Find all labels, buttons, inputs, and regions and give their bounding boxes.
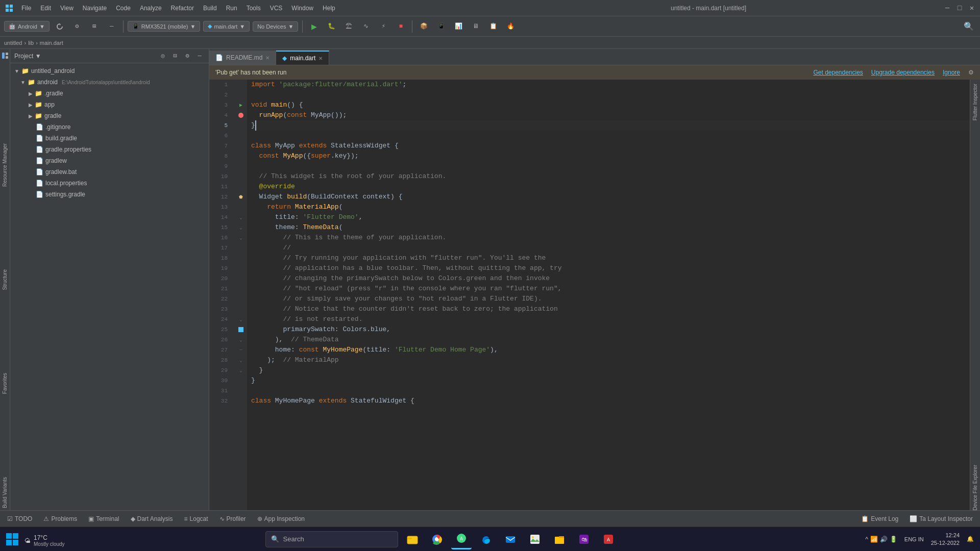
- menu-build[interactable]: Build: [199, 3, 221, 14]
- device-selector[interactable]: 📱 RMX3521 (mobile) ▼: [128, 21, 201, 32]
- code-content[interactable]: import 'package:flutter/material.dart'; …: [247, 80, 980, 510]
- sync-button[interactable]: [53, 19, 67, 34]
- tab-app-inspection[interactable]: ⊕ App Inspection: [252, 513, 310, 524]
- android-dropdown[interactable]: 🤖 Android ▼: [4, 21, 50, 32]
- collapse-all-button[interactable]: ⊟: [170, 51, 180, 61]
- run-with-coverage-button[interactable]: ⛱: [341, 19, 356, 34]
- tab-maindart[interactable]: ◆ main.dart ✕: [276, 51, 329, 65]
- sdk-manager-button[interactable]: 📦: [416, 19, 431, 34]
- taskbar-app-explorer[interactable]: [549, 529, 570, 549]
- menu-edit[interactable]: Edit: [36, 3, 55, 14]
- resource-manager-tab[interactable]: Resource Manager: [1, 141, 9, 189]
- logcat-button[interactable]: 📋: [486, 19, 500, 34]
- project-tab-icon[interactable]: [1, 51, 10, 60]
- search-everywhere-button[interactable]: 🔍: [962, 19, 976, 34]
- tab-problems[interactable]: ⚠ Problems: [38, 513, 82, 524]
- favorites-tab[interactable]: Favorites: [1, 371, 9, 396]
- tree-root[interactable]: ▼ 📁 untitled_android: [10, 65, 209, 77]
- language-indicator[interactable]: ENG IN: [902, 536, 926, 542]
- minimize-button[interactable]: ─: [943, 4, 951, 12]
- profiler-button[interactable]: 📊: [451, 19, 465, 34]
- network-icon[interactable]: 📶: [870, 536, 878, 543]
- tab-profiler[interactable]: ∿ Profiler: [214, 513, 251, 524]
- tree-gradleprops-file[interactable]: 📄 gradle.properties: [10, 144, 209, 155]
- close-button[interactable]: ✕: [968, 4, 976, 12]
- taskbar-app-chrome[interactable]: [427, 529, 447, 549]
- settings-button[interactable]: ⚙: [70, 19, 84, 34]
- tab-layout-inspector[interactable]: ⬜ Ta Layout Inspector: [904, 513, 978, 524]
- weather-widget[interactable]: 🌤 17°C Mostly cloudy: [24, 534, 65, 547]
- taskbar-app-edge[interactable]: [476, 529, 496, 549]
- layout-button[interactable]: ⊞: [87, 19, 102, 34]
- datetime-display[interactable]: 12:24 25-12-2022: [929, 532, 962, 546]
- taskbar-app-files[interactable]: [402, 529, 423, 549]
- avd-manager-button[interactable]: 📱: [434, 19, 448, 34]
- menu-vcs[interactable]: VCS: [266, 3, 287, 14]
- structure-tab[interactable]: Structure: [1, 267, 9, 292]
- menu-view[interactable]: View: [56, 3, 78, 14]
- localprops-label: local.properties: [45, 180, 87, 187]
- notification-settings-icon[interactable]: ⚙: [968, 69, 974, 76]
- no-devices-selector[interactable]: No Devices ▼: [253, 21, 298, 32]
- taskbar-app-android-studio[interactable]: A: [451, 529, 472, 549]
- menu-window[interactable]: Window: [287, 3, 317, 14]
- tree-gradle2-folder[interactable]: ▶ 📁 gradle: [10, 110, 209, 121]
- locate-file-button[interactable]: ◎: [158, 51, 168, 61]
- flutter-inspector-tab[interactable]: Flutter Inspector: [972, 84, 978, 120]
- tree-gradlew-file[interactable]: 📄 gradlew: [10, 155, 209, 166]
- code-editor[interactable]: 1 2 3 4 5 6 7 8 9 10 11 12 13 14 15 16 1…: [209, 80, 980, 510]
- menu-run[interactable]: Run: [222, 3, 241, 14]
- panel-settings-button[interactable]: ⚙: [182, 51, 192, 61]
- menu-tools[interactable]: Tools: [242, 3, 265, 14]
- tab-readme[interactable]: 📄 README.md ✕: [209, 51, 276, 65]
- tab-event-log[interactable]: 📋 Event Log: [856, 513, 903, 524]
- windows-start-button[interactable]: [4, 531, 20, 547]
- menu-analyze[interactable]: Analyze: [136, 3, 166, 14]
- tab-terminal[interactable]: ▣ Terminal: [83, 513, 124, 524]
- maximize-button[interactable]: □: [955, 4, 964, 12]
- run-button[interactable]: ▶: [307, 19, 321, 34]
- profile-button[interactable]: ∿: [359, 19, 373, 34]
- tree-gradlewbat-file[interactable]: 📄 gradlew.bat: [10, 166, 209, 178]
- taskbar-app-ms-store[interactable]: 🛍: [574, 529, 594, 549]
- minus-button[interactable]: ─: [105, 19, 119, 34]
- tree-app-folder[interactable]: ▶ 📁 app: [10, 99, 209, 110]
- apply-changes-button[interactable]: ⚡: [376, 19, 390, 34]
- tray-up-arrow-icon[interactable]: ^: [865, 536, 868, 543]
- panel-minimize-button[interactable]: ─: [194, 51, 205, 61]
- ignore-link[interactable]: Ignore: [943, 69, 960, 76]
- taskbar-app-photos[interactable]: [525, 529, 545, 549]
- tree-android-folder[interactable]: ▼ 📁 android E:\AndroidTutorialapps\untit…: [10, 77, 209, 88]
- device-file-explorer-tab[interactable]: Device File Explorer: [972, 465, 978, 510]
- tab-todo[interactable]: ☑ TODO: [2, 513, 37, 524]
- volume-icon[interactable]: 🔊: [880, 536, 888, 543]
- tree-settingsgradle-file[interactable]: 📄 settings.gradle: [10, 189, 209, 200]
- tree-buildgradle-file[interactable]: 📄 build.gradle: [10, 133, 209, 144]
- menu-code[interactable]: Code: [112, 3, 135, 14]
- tab-dart-analysis[interactable]: ◆ Dart Analysis: [126, 513, 178, 524]
- file-selector[interactable]: ◆ main.dart ▼: [203, 21, 250, 32]
- tab-logcat[interactable]: ≡ Logcat: [179, 513, 213, 524]
- stop-button[interactable]: ■: [394, 19, 408, 34]
- build-variants-tab[interactable]: Build Variants: [1, 475, 9, 510]
- debug-button[interactable]: 🐛: [324, 19, 338, 34]
- taskbar-app-mail[interactable]: [500, 529, 521, 549]
- taskbar-app-unknown[interactable]: A: [598, 529, 619, 549]
- device-manager-button[interactable]: 🖥: [469, 19, 483, 34]
- tree-gitignore-file[interactable]: 📄 .gitignore: [10, 121, 209, 133]
- notification-center[interactable]: 🔔: [965, 536, 976, 542]
- firebase-button[interactable]: 🔥: [503, 19, 518, 34]
- tab-readme-close[interactable]: ✕: [265, 55, 270, 61]
- menu-refactor[interactable]: Refactor: [167, 3, 198, 14]
- battery-icon[interactable]: 🔋: [890, 536, 897, 543]
- tree-gradle-folder[interactable]: ▶ 📁 .gradle: [10, 88, 209, 99]
- taskbar-search-bar[interactable]: 🔍 Search: [265, 531, 398, 547]
- menu-file[interactable]: File: [17, 3, 35, 14]
- tab-maindart-close[interactable]: ✕: [318, 56, 323, 61]
- tray-icons[interactable]: ^ 📶 🔊 🔋: [863, 536, 899, 543]
- menu-navigate[interactable]: Navigate: [79, 3, 111, 14]
- tree-localprops-file[interactable]: 📄 local.properties: [10, 178, 209, 189]
- menu-help[interactable]: Help: [318, 3, 339, 14]
- upgrade-dependencies-link[interactable]: Upgrade dependencies: [871, 69, 935, 76]
- get-dependencies-link[interactable]: Get dependencies: [813, 69, 863, 76]
